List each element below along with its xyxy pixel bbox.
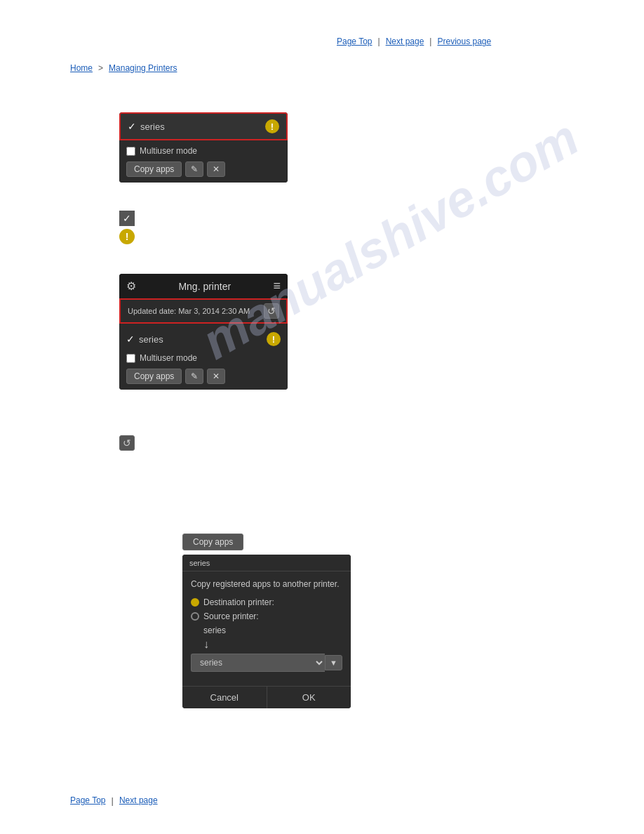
close-button-1[interactable]: ✕ — [207, 161, 225, 177]
printer-card-1-header: ✓ series ! — [119, 112, 288, 140]
multiuser-row-2: Multiuser mode — [126, 353, 281, 363]
checkmark-legend-icon: ✓ — [119, 211, 135, 226]
top-navigation: Page Top | Next page | Previous page — [337, 37, 491, 46]
dropdown-arrow-button[interactable]: ▼ — [325, 655, 342, 670]
destination-radio-selected[interactable] — [191, 598, 199, 607]
breadcrumb-home[interactable]: Home — [70, 63, 93, 73]
breadcrumb-sep: > — [98, 63, 103, 73]
printer-name-1: series — [140, 121, 265, 132]
gear-icon: ⚙ — [126, 279, 136, 293]
multiuser-row-1: Multiuser mode — [126, 146, 281, 156]
popup-header-name: series — [189, 559, 210, 567]
dropdown-row: series ▼ — [191, 654, 342, 672]
top-nav-sep1: | — [378, 37, 380, 46]
printer-card-2-body: ✓ series ! Multiuser mode Copy apps ✎ ✕ — [119, 324, 288, 390]
warning-legend-icon: ! — [119, 229, 135, 244]
update-row: Updated date: Mar 3, 2014 2:30 AM ↺ — [119, 298, 288, 324]
refresh-button-2[interactable]: ↺ — [264, 303, 279, 319]
source-printer-name: series — [203, 626, 342, 635]
menu-icon: ≡ — [273, 279, 281, 293]
update-date-text: Updated date: Mar 3, 2014 2:30 AM — [128, 307, 250, 315]
copy-apps-popup: series Copy registered apps to another p… — [182, 555, 351, 708]
bottom-nav-link2[interactable]: Next page — [119, 795, 158, 806]
printer-card-2-topbar: ⚙ Mng. printer ≡ — [119, 274, 288, 298]
printer-card-1-body: Multiuser mode Copy apps ✎ ✕ — [119, 140, 288, 183]
cancel-button[interactable]: Cancel — [182, 687, 267, 708]
ok-button[interactable]: OK — [267, 687, 351, 708]
card-1-buttons: Copy apps ✎ ✕ — [126, 161, 281, 177]
breadcrumb-nav: Home > Managing Printers — [70, 63, 177, 73]
copy-apps-button-1[interactable]: Copy apps — [126, 161, 182, 177]
source-label: Source printer: — [203, 611, 259, 621]
check-icon-2: ✓ — [126, 333, 135, 345]
breadcrumb-managing[interactable]: Managing Printers — [109, 63, 177, 73]
top-nav-link3[interactable]: Previous page — [437, 37, 491, 46]
card-2-buttons: Copy apps ✎ ✕ — [126, 369, 281, 384]
source-radio-row: Source printer: — [191, 611, 342, 621]
multiuser-checkbox-2[interactable] — [126, 354, 135, 363]
popup-description: Copy registered apps to another printer. — [191, 578, 342, 590]
copy-apps-button-2[interactable]: Copy apps — [126, 369, 182, 384]
edit-button-2[interactable]: ✎ — [185, 369, 203, 384]
warning-icon-1: ! — [265, 119, 279, 133]
top-nav-link2[interactable]: Next page — [386, 37, 424, 46]
popup-footer: Cancel OK — [182, 686, 351, 708]
printer-name-2: series — [139, 334, 267, 345]
destination-dropdown[interactable]: series — [191, 654, 325, 672]
printer-card-2: ⚙ Mng. printer ≡ Updated date: Mar 3, 20… — [119, 274, 288, 390]
edit-button-1[interactable]: ✎ — [185, 161, 203, 177]
icon-legend: ✓ ! — [119, 211, 135, 244]
top-nav-link1[interactable]: Page Top — [337, 37, 373, 46]
printer-card-1: ✓ series ! Multiuser mode Copy apps ✎ ✕ — [119, 112, 288, 183]
copy-apps-section: Copy apps series Copy registered apps to… — [182, 534, 351, 708]
down-arrow-icon: ↓ — [203, 638, 342, 651]
printer-card-2-header: ✓ series ! — [126, 329, 281, 349]
bottom-nav-link1[interactable]: Page Top — [70, 795, 106, 806]
multiuser-checkbox-1[interactable] — [126, 147, 135, 156]
close-button-2[interactable]: ✕ — [207, 369, 225, 384]
top-nav-sep2: | — [429, 37, 431, 46]
bottom-navigation: Page Top | Next page — [70, 795, 158, 806]
multiuser-label-2: Multiuser mode — [140, 353, 197, 363]
mng-printer-title: Mng. printer — [178, 281, 231, 292]
check-icon: ✓ — [128, 121, 136, 132]
bottom-nav-sep: | — [112, 795, 114, 806]
source-radio-unselected[interactable] — [191, 612, 199, 621]
popup-header: series — [182, 555, 351, 571]
multiuser-label-1: Multiuser mode — [140, 146, 197, 156]
destination-radio-row: Destination printer: — [191, 597, 342, 607]
destination-label: Destination printer: — [203, 597, 274, 607]
warning-icon-2: ! — [267, 332, 281, 346]
refresh-standalone-icon[interactable]: ↺ — [119, 435, 135, 451]
popup-body: Copy registered apps to another printer.… — [182, 571, 351, 686]
copy-apps-floating-button[interactable]: Copy apps — [182, 534, 243, 550]
